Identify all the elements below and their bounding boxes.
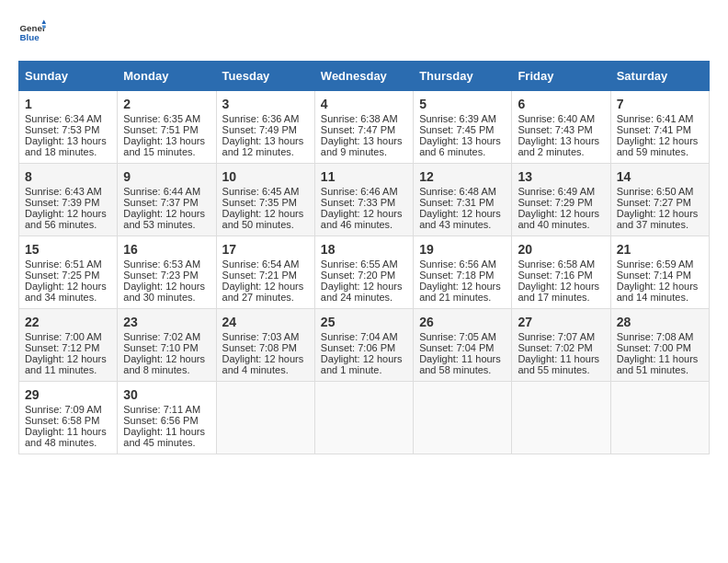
calendar-cell — [414, 382, 512, 454]
sunrise-text: Sunrise: 6:49 AM — [518, 186, 595, 197]
sunrise-text: Sunrise: 6:44 AM — [123, 186, 200, 197]
calendar-cell: 6 Sunrise: 6:40 AM Sunset: 7:43 PM Dayli… — [512, 91, 610, 164]
calendar-cell: 15 Sunrise: 6:51 AM Sunset: 7:25 PM Dayl… — [19, 236, 118, 309]
sunrise-text: Sunrise: 6:38 AM — [321, 113, 398, 124]
calendar-cell: 5 Sunrise: 6:39 AM Sunset: 7:45 PM Dayli… — [414, 91, 512, 164]
daylight-text: Daylight: 11 hours and 58 minutes. — [419, 353, 501, 375]
sunrise-text: Sunrise: 6:34 AM — [25, 113, 102, 124]
sunset-text: Sunset: 7:41 PM — [617, 124, 691, 135]
sunset-text: Sunset: 7:04 PM — [419, 342, 494, 353]
sunrise-text: Sunrise: 6:36 AM — [222, 113, 300, 124]
week-row-3: 15 Sunrise: 6:51 AM Sunset: 7:25 PM Dayl… — [19, 236, 710, 309]
week-row-5: 29 Sunrise: 7:09 AM Sunset: 6:58 PM Dayl… — [19, 382, 710, 454]
day-number: 12 — [419, 169, 506, 184]
calendar-cell: 30 Sunrise: 7:11 AM Sunset: 6:56 PM Dayl… — [118, 382, 216, 454]
sunset-text: Sunset: 7:37 PM — [123, 197, 198, 208]
day-number: 4 — [321, 97, 407, 111]
col-header-sunday: Sunday — [19, 62, 118, 91]
sunset-text: Sunset: 7:20 PM — [321, 270, 395, 281]
week-row-2: 8 Sunrise: 6:43 AM Sunset: 7:39 PM Dayli… — [19, 164, 710, 236]
daylight-text: Daylight: 12 hours and 46 minutes. — [321, 208, 403, 230]
col-header-wednesday: Wednesday — [314, 62, 413, 91]
calendar-cell: 18 Sunrise: 6:55 AM Sunset: 7:20 PM Dayl… — [314, 236, 413, 309]
day-number: 30 — [123, 387, 210, 402]
daylight-text: Daylight: 12 hours and 50 minutes. — [222, 208, 304, 230]
daylight-text: Daylight: 11 hours and 48 minutes. — [25, 426, 107, 448]
sunrise-text: Sunrise: 6:43 AM — [25, 186, 102, 197]
calendar-cell: 13 Sunrise: 6:49 AM Sunset: 7:29 PM Dayl… — [512, 164, 610, 236]
day-number: 14 — [617, 169, 703, 184]
calendar-cell: 1 Sunrise: 6:34 AM Sunset: 7:53 PM Dayli… — [19, 91, 118, 164]
day-number: 5 — [419, 97, 506, 111]
daylight-text: Daylight: 12 hours and 4 minutes. — [222, 353, 304, 375]
sunset-text: Sunset: 7:21 PM — [222, 270, 297, 281]
logo-icon: General Blue — [18, 18, 46, 46]
sunrise-text: Sunrise: 6:53 AM — [123, 259, 200, 270]
sunset-text: Sunset: 7:00 PM — [617, 342, 691, 353]
day-number: 10 — [222, 169, 309, 184]
sunrise-text: Sunrise: 6:48 AM — [419, 186, 496, 197]
calendar-cell: 20 Sunrise: 6:58 AM Sunset: 7:16 PM Dayl… — [512, 236, 610, 309]
sunrise-text: Sunrise: 7:03 AM — [222, 331, 300, 342]
day-number: 2 — [123, 97, 210, 111]
sunset-text: Sunset: 7:27 PM — [617, 197, 691, 208]
sunset-text: Sunset: 7:45 PM — [419, 124, 494, 135]
calendar-cell: 16 Sunrise: 6:53 AM Sunset: 7:23 PM Dayl… — [118, 236, 216, 309]
col-header-tuesday: Tuesday — [216, 62, 314, 91]
week-row-1: 1 Sunrise: 6:34 AM Sunset: 7:53 PM Dayli… — [19, 91, 710, 164]
sunset-text: Sunset: 7:16 PM — [518, 270, 592, 281]
calendar-cell: 17 Sunrise: 6:54 AM Sunset: 7:21 PM Dayl… — [216, 236, 314, 309]
calendar-cell — [512, 382, 610, 454]
sunset-text: Sunset: 7:47 PM — [321, 124, 395, 135]
sunset-text: Sunset: 7:39 PM — [25, 197, 99, 208]
sunrise-text: Sunrise: 6:54 AM — [222, 259, 300, 270]
daylight-text: Daylight: 12 hours and 43 minutes. — [419, 208, 501, 230]
calendar-header-row: SundayMondayTuesdayWednesdayThursdayFrid… — [19, 62, 710, 91]
sunrise-text: Sunrise: 7:04 AM — [321, 331, 398, 342]
calendar-cell: 29 Sunrise: 7:09 AM Sunset: 6:58 PM Dayl… — [19, 382, 118, 454]
day-number: 25 — [321, 315, 407, 329]
calendar-cell — [610, 382, 709, 454]
sunset-text: Sunset: 7:25 PM — [25, 270, 99, 281]
daylight-text: Daylight: 13 hours and 12 minutes. — [222, 135, 304, 157]
daylight-text: Daylight: 12 hours and 14 minutes. — [617, 281, 699, 303]
day-number: 15 — [25, 242, 111, 257]
sunrise-text: Sunrise: 6:59 AM — [617, 259, 694, 270]
daylight-text: Daylight: 11 hours and 45 minutes. — [123, 426, 205, 448]
sunset-text: Sunset: 7:23 PM — [123, 270, 198, 281]
sunrise-text: Sunrise: 6:46 AM — [321, 186, 398, 197]
sunrise-text: Sunrise: 7:02 AM — [123, 331, 200, 342]
calendar-cell: 24 Sunrise: 7:03 AM Sunset: 7:08 PM Dayl… — [216, 309, 314, 382]
day-number: 8 — [25, 169, 111, 184]
sunrise-text: Sunrise: 6:35 AM — [123, 113, 200, 124]
week-row-4: 22 Sunrise: 7:00 AM Sunset: 7:12 PM Dayl… — [19, 309, 710, 382]
daylight-text: Daylight: 12 hours and 21 minutes. — [419, 281, 501, 303]
calendar-cell: 9 Sunrise: 6:44 AM Sunset: 7:37 PM Dayli… — [118, 164, 216, 236]
day-number: 11 — [321, 169, 407, 184]
sunrise-text: Sunrise: 6:41 AM — [617, 113, 694, 124]
calendar-cell: 12 Sunrise: 6:48 AM Sunset: 7:31 PM Dayl… — [414, 164, 512, 236]
sunset-text: Sunset: 6:58 PM — [25, 415, 99, 426]
day-number: 13 — [518, 169, 604, 184]
day-number: 18 — [321, 242, 407, 257]
sunrise-text: Sunrise: 7:05 AM — [419, 331, 496, 342]
svg-marker-2 — [42, 20, 47, 25]
daylight-text: Daylight: 12 hours and 30 minutes. — [123, 281, 205, 303]
daylight-text: Daylight: 12 hours and 1 minute. — [321, 353, 403, 375]
calendar-table: SundayMondayTuesdayWednesdayThursdayFrid… — [18, 61, 710, 454]
daylight-text: Daylight: 12 hours and 24 minutes. — [321, 281, 403, 303]
day-number: 21 — [617, 242, 703, 257]
sunset-text: Sunset: 7:35 PM — [222, 197, 297, 208]
daylight-text: Daylight: 12 hours and 53 minutes. — [123, 208, 205, 230]
daylight-text: Daylight: 13 hours and 6 minutes. — [419, 135, 501, 157]
daylight-text: Daylight: 12 hours and 40 minutes. — [518, 208, 599, 230]
sunset-text: Sunset: 7:18 PM — [419, 270, 494, 281]
sunrise-text: Sunrise: 7:00 AM — [25, 331, 102, 342]
daylight-text: Daylight: 12 hours and 34 minutes. — [25, 281, 107, 303]
sunset-text: Sunset: 7:14 PM — [617, 270, 691, 281]
sunset-text: Sunset: 7:49 PM — [222, 124, 297, 135]
calendar-cell: 10 Sunrise: 6:45 AM Sunset: 7:35 PM Dayl… — [216, 164, 314, 236]
sunset-text: Sunset: 7:29 PM — [518, 197, 592, 208]
sunrise-text: Sunrise: 7:07 AM — [518, 331, 595, 342]
svg-text:Blue: Blue — [20, 32, 40, 42]
